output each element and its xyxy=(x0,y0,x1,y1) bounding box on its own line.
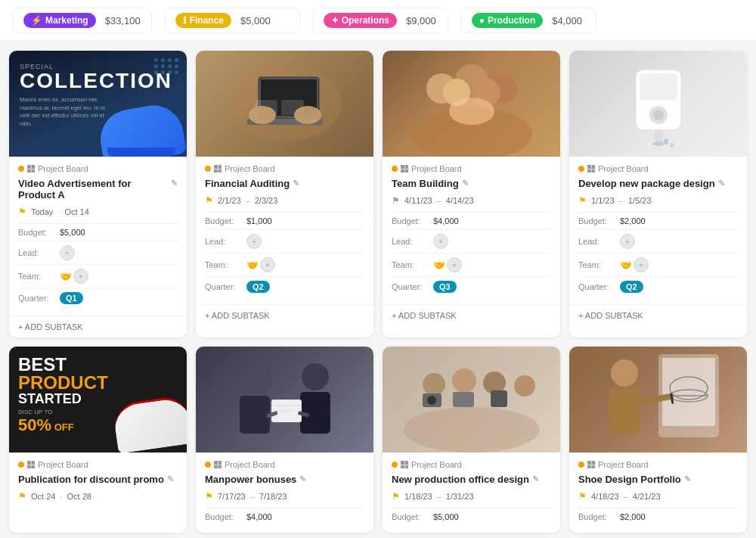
add-subtask-button[interactable]: + ADD SUBTASK xyxy=(196,304,373,326)
card-title: Financial Auditing ✎ xyxy=(205,178,364,189)
add-subtask-button[interactable]: + ADD SUBTASK xyxy=(569,304,747,326)
svg-rect-17 xyxy=(640,73,677,100)
board-dot xyxy=(205,166,211,172)
field-value: $2,000 xyxy=(620,512,646,521)
card-card-7: Project Board New production office desi… xyxy=(383,347,560,533)
flag-icon: ⚑ xyxy=(392,491,400,502)
dot xyxy=(175,70,178,74)
dot xyxy=(168,64,172,68)
field-value: $4,000 xyxy=(433,216,459,225)
svg-rect-48 xyxy=(609,388,640,434)
board-icon-cell xyxy=(587,169,591,173)
budget-item-finance[interactable]: ℹ Finance $5,000 xyxy=(164,8,300,33)
board-dot xyxy=(18,462,24,468)
newoffice-svg xyxy=(396,347,547,452)
edit-icon[interactable]: ✎ xyxy=(532,474,539,484)
card-field: Team: 🤝+ xyxy=(205,253,364,276)
svg-point-7 xyxy=(294,106,321,124)
edit-icon[interactable]: ✎ xyxy=(718,179,725,188)
quarter-field: Quarter: Q3 xyxy=(392,276,551,297)
budget-item-production[interactable]: ● Production $4,000 xyxy=(460,8,596,33)
card-field: Budget: $2,000 xyxy=(578,212,738,229)
board-icon-cell xyxy=(401,461,404,465)
edit-icon[interactable]: ✎ xyxy=(171,179,178,188)
card-body: Project Board Team Building ✎ ⚑ 4/11/23 … xyxy=(383,157,560,304)
board-icon-cell xyxy=(214,165,218,169)
quarter-field: Quarter: Q2 xyxy=(578,276,738,297)
board-icon-cell xyxy=(592,165,596,169)
edit-icon[interactable]: ✎ xyxy=(293,179,299,188)
project-board-text: Project Board xyxy=(38,164,88,173)
flag-icon: ⚑ xyxy=(578,491,587,502)
add-subtask-button[interactable]: + ADD SUBTASK xyxy=(9,316,187,337)
date-separator: · xyxy=(57,207,60,216)
board-icon-cell xyxy=(27,169,31,173)
promo-disc: DISC UP TO xyxy=(18,409,108,415)
budget-item-marketing[interactable]: ⚡ Marketing $33,100 xyxy=(12,8,152,33)
project-board-label: Project Board xyxy=(392,460,551,469)
field-label: Team: xyxy=(18,272,60,281)
quarter-label: Quarter: xyxy=(578,282,620,291)
card-title-text: Manpower bonuses xyxy=(205,474,296,485)
field-value: $2,000 xyxy=(620,216,646,225)
edit-icon[interactable]: ✎ xyxy=(167,474,174,484)
card-title-text: Develop new package design xyxy=(578,178,715,189)
field-label: Budget: xyxy=(578,512,620,521)
card-card-8: Project Board Shoe Design Portfolio ✎ ⚑ … xyxy=(569,347,747,533)
dot xyxy=(154,70,158,74)
svg-point-33 xyxy=(423,373,445,396)
edit-icon[interactable]: ✎ xyxy=(684,474,691,484)
board-icon xyxy=(587,165,595,173)
promo-pct: 50% xyxy=(18,415,51,434)
board-icon-cell xyxy=(401,465,404,469)
dot xyxy=(168,70,172,74)
date-separator: – xyxy=(437,492,442,501)
manpower-svg xyxy=(209,347,361,452)
team-avatar: + xyxy=(73,269,88,284)
board-dot xyxy=(578,462,584,468)
flag-icon: ⚑ xyxy=(205,491,213,502)
field-label: Lead: xyxy=(392,237,433,246)
date-range: ⚑ 1/1/23 – 1/5/23 xyxy=(578,195,738,206)
card-field: Team: 🤝+ xyxy=(578,253,738,276)
card-field: Team: 🤝+ xyxy=(18,264,178,288)
project-board-label: Project Board xyxy=(18,460,178,469)
project-board-label: Project Board xyxy=(578,460,738,469)
add-subtask-button[interactable]: + ADD SUBTASK xyxy=(383,304,560,326)
tag-operations: ✦ Operations xyxy=(324,13,397,28)
budget-item-operations[interactable]: ✦ Operations $9,000 xyxy=(312,8,448,33)
card-title: New production office design ✎ xyxy=(392,474,551,485)
board-icon-cell xyxy=(27,461,31,465)
svg-point-38 xyxy=(427,396,436,405)
promo-shoe-shape xyxy=(112,394,187,452)
field-label: Team: xyxy=(392,260,433,269)
board-icon-cell xyxy=(592,461,596,465)
operations-tag-icon: ✦ xyxy=(331,15,339,26)
card-card-4: Project Board Develop new package design… xyxy=(569,51,747,337)
production-tag-icon: ● xyxy=(479,15,485,26)
card-field: Team: 🤝+ xyxy=(392,253,551,276)
date-start: Today xyxy=(31,207,53,216)
card-title: Manpower bonuses ✎ xyxy=(205,474,364,485)
avatar-placeholder: + xyxy=(60,245,75,260)
tag-production: ● Production xyxy=(472,13,544,28)
edit-icon[interactable]: ✎ xyxy=(462,179,469,188)
date-start: 1/1/23 xyxy=(591,196,615,205)
card-field: Budget: $2,000 xyxy=(578,508,738,525)
svg-point-15 xyxy=(453,106,491,124)
board-icon-cell xyxy=(218,169,222,173)
card-title: Video Advertisement for Product A ✎ xyxy=(18,178,178,201)
dot xyxy=(175,58,178,62)
board-icon-cell xyxy=(401,169,404,173)
board-dot xyxy=(205,462,211,468)
board-icon xyxy=(214,165,222,173)
date-range: ⚑ 7/17/23 – 7/18/23 xyxy=(205,491,364,502)
card-image-newoffice xyxy=(383,347,560,452)
card-title: Team Building ✎ xyxy=(392,178,551,189)
card-card-2: Project Board Financial Auditing ✎ ⚑ 2/1… xyxy=(196,51,373,337)
edit-icon[interactable]: ✎ xyxy=(299,474,306,484)
date-start: 1/18/23 xyxy=(404,492,432,501)
team-svg xyxy=(396,51,547,157)
card-field: Budget: $4,000 xyxy=(205,508,364,525)
date-start: 4/18/23 xyxy=(591,492,619,501)
